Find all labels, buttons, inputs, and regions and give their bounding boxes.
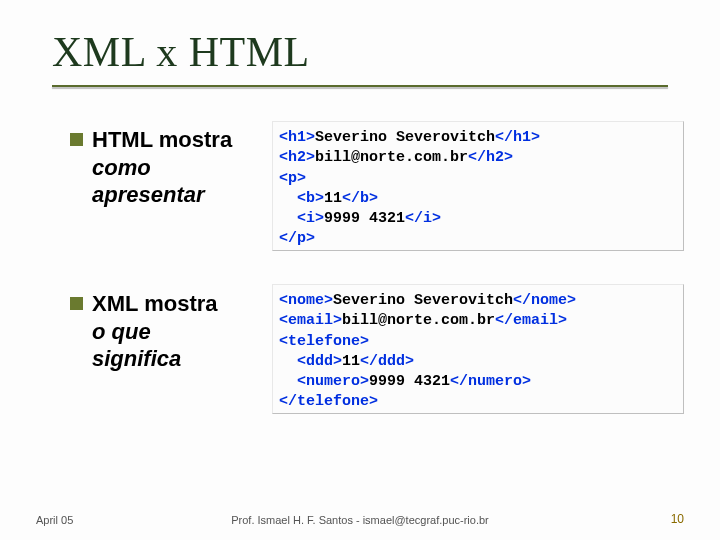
bullet-1-line2: como: [92, 154, 260, 182]
code-tag: </i>: [405, 210, 441, 227]
code-text: bill@norte.com.br: [315, 149, 468, 166]
code-tag: </email>: [495, 312, 567, 329]
code-tag: <b>: [297, 190, 324, 207]
code-tag: </numero>: [450, 373, 531, 390]
code-text: 9999 4321: [369, 373, 450, 390]
code-tag: </h1>: [495, 129, 540, 146]
square-bullet-icon: [70, 297, 83, 310]
code-text: 9999 4321: [324, 210, 405, 227]
bullet-1-line3: apresentar: [92, 181, 260, 209]
html-code-box: <h1>Severino Severovitch</h1> <h2>bill@n…: [272, 121, 684, 251]
xml-code-box: <nome>Severino Severovitch</nome> <email…: [272, 284, 684, 414]
square-bullet-icon: [70, 133, 83, 146]
code-text: 11: [324, 190, 342, 207]
bullet-2-line2: o que: [92, 318, 260, 346]
xml-code-content: <nome>Severino Severovitch</nome> <email…: [273, 285, 683, 419]
code-tag: <ddd>: [297, 353, 342, 370]
bullet-2: XML mostra o que significa: [70, 290, 260, 373]
code-tag: <telefone>: [279, 333, 369, 350]
slide: XML x HTML HTML mostra como apresentar <…: [0, 0, 720, 540]
code-text: Severino Severovitch: [333, 292, 513, 309]
code-tag: <h2>: [279, 149, 315, 166]
slide-number: 10: [671, 512, 684, 526]
bullet-1-text1: HTML mostra: [92, 127, 232, 152]
code-tag: <p>: [279, 170, 306, 187]
code-tag: </nome>: [513, 292, 576, 309]
slide-title: XML x HTML: [52, 28, 310, 76]
bullet-2-line3: significa: [92, 345, 260, 373]
code-tag: </p>: [279, 230, 315, 247]
code-tag: <numero>: [297, 373, 369, 390]
footer-author: Prof. Ismael H. F. Santos - ismael@tecgr…: [0, 514, 720, 526]
code-indent: [279, 373, 297, 390]
bullet-1-line1: HTML mostra: [70, 126, 260, 154]
bullet-2-text1: XML mostra: [92, 291, 218, 316]
code-text: Severino Severovitch: [315, 129, 495, 146]
code-tag: <i>: [297, 210, 324, 227]
code-indent: [279, 210, 297, 227]
code-tag: </ddd>: [360, 353, 414, 370]
bullet-1: HTML mostra como apresentar: [70, 126, 260, 209]
code-tag: <nome>: [279, 292, 333, 309]
code-tag: </h2>: [468, 149, 513, 166]
bullet-2-line1: XML mostra: [70, 290, 260, 318]
code-indent: [279, 190, 297, 207]
html-code-content: <h1>Severino Severovitch</h1> <h2>bill@n…: [273, 122, 683, 256]
code-text: bill@norte.com.br: [342, 312, 495, 329]
title-underline: [52, 85, 668, 87]
code-tag: </telefone>: [279, 393, 378, 410]
code-tag: <h1>: [279, 129, 315, 146]
code-tag: <email>: [279, 312, 342, 329]
code-tag: </b>: [342, 190, 378, 207]
code-text: 11: [342, 353, 360, 370]
code-indent: [279, 353, 297, 370]
